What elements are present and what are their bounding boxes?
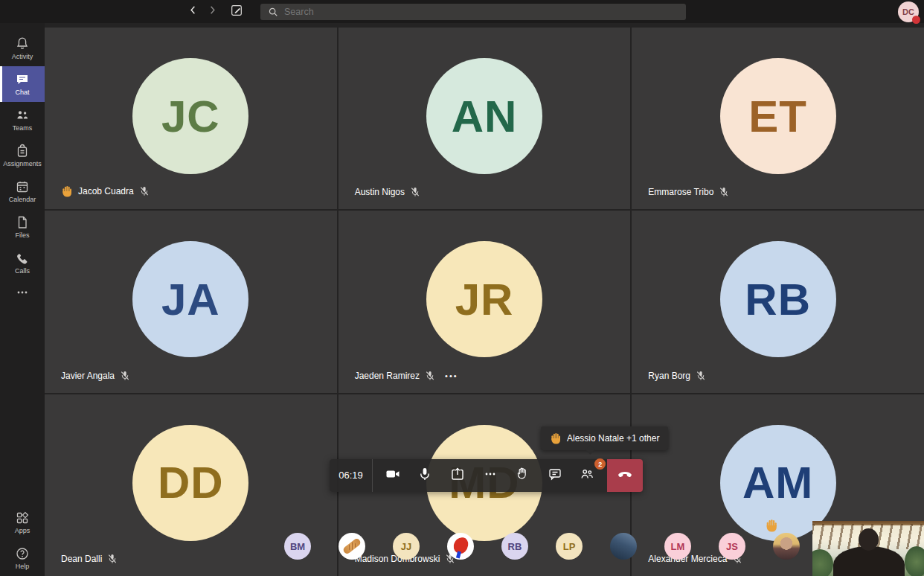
- mic-off-icon: [719, 187, 729, 197]
- sidebar-item-calendar[interactable]: Calendar: [0, 173, 45, 209]
- chevron-left-icon: [187, 4, 199, 19]
- participant-avatar: JR: [426, 241, 542, 357]
- chat-bubble-icon: [548, 467, 562, 484]
- participant-avatar: JA: [132, 241, 248, 357]
- participant-tile[interactable]: ET Emmarose Tribo •••: [632, 28, 924, 209]
- hang-up-button[interactable]: [607, 459, 643, 492]
- participant-thumbnail-baguette[interactable]: [339, 533, 365, 560]
- sidebar-item-activity[interactable]: Activity: [0, 31, 45, 66]
- mic-button[interactable]: [412, 463, 437, 488]
- apps-icon: [15, 511, 30, 525]
- participant-initials: RB: [745, 274, 811, 325]
- participant-thumbnail-blonde[interactable]: [773, 533, 800, 560]
- thumbnail-initials: LM: [671, 541, 685, 552]
- participant-tile[interactable]: JA Javier Angala •••: [45, 211, 337, 392]
- sidebar-item-label: Calls: [15, 268, 30, 275]
- participant-name-row: Dean Dalli •••: [61, 554, 118, 564]
- raised-hand-emoji: [765, 519, 778, 532]
- participant-tile[interactable]: RB Ryan Borg •••: [632, 211, 924, 392]
- participant-initials: AM: [742, 457, 813, 508]
- participant-thumbnail[interactable]: LM: [664, 533, 691, 560]
- sidebar-item-label: Assignments: [3, 161, 42, 167]
- participant-name-row: Javier Angala •••: [61, 371, 130, 381]
- sidebar-item-calls[interactable]: Calls: [0, 245, 45, 281]
- search-icon: [268, 7, 278, 17]
- participant-tile[interactable]: JC Jacob Cuadra •••: [45, 28, 337, 209]
- more-icon: [483, 467, 498, 484]
- tile-more-icon[interactable]: •••: [445, 371, 458, 380]
- participants-badge: 2: [594, 458, 606, 470]
- sidebar-item-teams[interactable]: Teams: [0, 102, 45, 138]
- participant-name: Dean Dalli: [61, 554, 102, 564]
- share-button[interactable]: [445, 463, 470, 488]
- sidebar-item-label: Help: [16, 563, 30, 570]
- tooltip-text: Alessio Natale +1 other: [567, 433, 659, 444]
- participant-thumbnail[interactable]: JJ: [393, 533, 420, 560]
- thumbnail-initials: BM: [290, 541, 305, 552]
- mic-off-icon: [425, 371, 435, 381]
- person-silhouette-body: [833, 546, 905, 576]
- participant-initials: DD: [158, 457, 224, 508]
- person-silhouette-head: [859, 528, 879, 551]
- participant-name: Javier Angala: [61, 371, 115, 381]
- participant-initials: JC: [161, 91, 220, 142]
- meeting-timer: 06:19: [330, 459, 373, 492]
- sidebar-item-files[interactable]: Files: [0, 209, 45, 245]
- participant-thumbnail[interactable]: RB: [501, 533, 528, 560]
- search-input[interactable]: [260, 4, 686, 20]
- raised-hands-tooltip: Alessio Natale +1 other: [541, 426, 668, 450]
- sidebar-item-assignments[interactable]: Assignments: [0, 138, 45, 173]
- sidebar-bottom: Apps Help: [0, 505, 45, 576]
- raise-hand-icon: [515, 467, 530, 484]
- mic-off-icon: [139, 186, 150, 196]
- participants-button[interactable]: 2: [574, 463, 600, 488]
- forward-button[interactable]: [202, 2, 222, 22]
- participant-thumbnail[interactable]: LP: [556, 533, 583, 560]
- meeting-control-bar: 06:19 2: [330, 459, 643, 492]
- participant-tile[interactable]: AN Austin Nigos •••: [339, 28, 631, 209]
- sidebar-item-apps[interactable]: Apps: [0, 505, 45, 540]
- sidebar-item-help[interactable]: Help: [0, 540, 45, 576]
- participant-thumbnail-red[interactable]: [447, 533, 474, 560]
- participant-name-row: Jaeden Ramirez •••: [355, 371, 458, 381]
- participant-name-row: Ryan Borg •••: [648, 371, 706, 381]
- search-box: [260, 4, 686, 20]
- stage: JC Jacob Cuadra ••• AN Austin Nigos ••• …: [45, 23, 924, 576]
- more-icon: [15, 285, 30, 300]
- participant-name-row: Emmarose Tribo •••: [648, 187, 729, 197]
- back-button[interactable]: [183, 2, 202, 22]
- thumbnail-initials: JS: [726, 541, 738, 552]
- new-chat-button[interactable]: [226, 2, 247, 22]
- participant-avatar: RB: [720, 241, 836, 357]
- sidebar-item-label: Apps: [15, 528, 31, 534]
- help-icon: [15, 546, 30, 561]
- sidebar-item-label: Chat: [15, 89, 29, 96]
- user-initials: DC: [902, 7, 914, 16]
- hand-emoji-icon: [550, 432, 562, 444]
- camera-button[interactable]: [380, 463, 405, 488]
- more-button[interactable]: [478, 463, 503, 488]
- meeting-chat-button[interactable]: [542, 463, 568, 488]
- hand-emoji-icon: [61, 185, 73, 197]
- participant-initials: JA: [161, 274, 220, 325]
- sidebar-item-more[interactable]: [0, 281, 45, 306]
- sidebar-item-chat[interactable]: Chat: [0, 66, 45, 102]
- teams-icon: [15, 108, 30, 123]
- chat-icon: [15, 72, 30, 87]
- mic-icon: [417, 467, 432, 484]
- mic-off-icon: [120, 371, 130, 381]
- participant-thumbnail[interactable]: BM: [284, 533, 311, 560]
- participant-thumbnail[interactable]: JS: [719, 533, 745, 560]
- participant-name: Austin Nigos: [355, 187, 405, 197]
- self-video-preview[interactable]: [812, 521, 924, 576]
- participant-name-row: Austin Nigos •••: [355, 187, 420, 197]
- greenery-left: [812, 549, 833, 576]
- raise-hand-button[interactable]: [510, 463, 535, 488]
- chevron-right-icon: [207, 4, 218, 19]
- participant-name: Jaeden Ramirez: [355, 371, 420, 381]
- assignments-icon: [15, 144, 30, 159]
- sidebar-item-label: Calendar: [9, 196, 36, 203]
- user-avatar[interactable]: DC: [898, 1, 919, 22]
- participant-tile[interactable]: JR Jaeden Ramirez •••: [339, 211, 631, 392]
- participant-thumbnail-mountain[interactable]: [610, 533, 637, 560]
